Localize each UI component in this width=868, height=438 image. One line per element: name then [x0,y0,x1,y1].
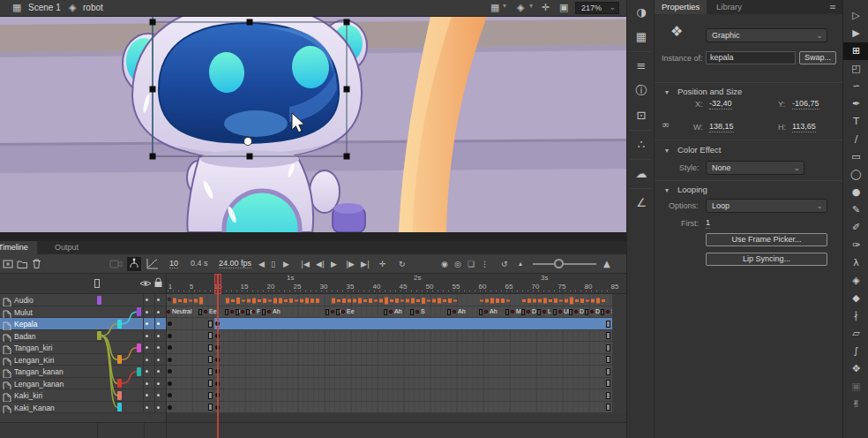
symbol-type-select[interactable]: Graphic ⌄ [706,28,827,42]
mouth-keyframe-dot[interactable] [590,310,594,313]
layer-lock-dot[interactable] [157,382,160,385]
edit-scene-button[interactable]: ▦ [490,2,499,13]
mouth-keyframe-dot[interactable] [511,310,514,313]
pen-tool[interactable]: ✒ [843,95,868,113]
fps-field[interactable]: 24.00 fps [219,259,251,268]
mouth-keyframe-dot[interactable] [542,310,546,313]
width-tool[interactable]: ∫ [843,343,868,360]
x-value[interactable]: -32,40 [709,99,732,110]
paint-bucket-tool[interactable]: ◈ [843,272,868,290]
rectangle-tool[interactable]: ▭ [843,148,868,166]
info-panel-icon[interactable]: ⓘ [627,79,655,103]
keyframe-dot[interactable] [168,298,171,301]
center-frame-button[interactable]: ✛ [379,258,386,270]
layer-parent-swatch[interactable] [117,320,122,328]
next-keyframe-button[interactable]: ▶ [283,258,289,270]
selected-frame-span[interactable] [214,318,612,329]
w-value[interactable]: 138,15 [709,122,734,132]
mouth-keyframe-dot[interactable] [331,310,334,313]
layer-lock-dot[interactable] [157,311,160,313]
layer-row-badan[interactable]: Badan [0,330,166,343]
layer-lock-dot[interactable] [157,346,160,349]
layer-row-mulut[interactable]: Mulut [0,306,166,319]
current-frame-marker[interactable]: ▯ [271,258,275,270]
new-layer-button[interactable] [3,258,14,269]
layer-parent-swatch[interactable] [137,344,141,352]
clip-content-button[interactable]: ▣ [559,2,568,13]
h-value[interactable]: 113,65 [792,122,816,132]
layer-row-kaki_kanan[interactable]: Kaki_Kanan [0,402,166,414]
onion-skin-button[interactable]: ◉ [441,258,448,270]
mouth-keyframe-dot[interactable] [415,310,419,313]
step-back-button[interactable]: ◀| [316,258,325,270]
color-section-caret-icon[interactable]: ▾ [665,147,669,155]
paint-brush-tool[interactable]: ✐ [843,219,868,237]
layer-row-tangan_kiri[interactable]: Tangan_kiri [0,342,166,354]
tab-properties[interactable]: Properties [655,0,707,14]
modify-onion-markers-button[interactable]: ⋮ [481,258,489,270]
swatches-panel-icon[interactable]: ▦ [627,25,655,49]
edit-symbols-button[interactable]: ◈ [517,2,524,13]
text-tool[interactable]: T [843,113,868,131]
position-section-title[interactable]: Position and Size [677,87,742,96]
stage-zoom-select[interactable]: 217% ⌄ [575,2,619,14]
motion-editor-panel-icon[interactable]: ∠ [627,191,655,215]
tab-timeline[interactable]: Timeline [0,241,37,254]
layer-parent-swatch[interactable] [137,307,141,316]
mouth-keyframe-dot[interactable] [267,310,271,313]
mouth-keyframe-dot[interactable] [484,310,488,313]
mouth-keyframe-dot[interactable] [241,310,244,313]
selection-tool[interactable]: ▷ [843,7,868,25]
layer-parent-swatch[interactable] [97,331,101,340]
last-frame-button[interactable]: ▶| [361,258,370,270]
layer-visibility-dot[interactable] [146,346,148,349]
timeline-tracks[interactable]: NeutralEeDEeFAhDEeAhSAhAhMDLUhDDS [166,294,626,413]
layer-row-kepala[interactable]: Kepala [0,318,166,330]
camera-tool[interactable]: ▣ [843,378,868,396]
mouth-keyframe-dot[interactable] [204,310,207,313]
gradient-transform-tool[interactable]: ◰ [843,60,868,78]
first-frame-button[interactable]: |◀ [301,258,310,270]
breadcrumb-scene[interactable]: Scene 1 [28,3,61,12]
color-effect-section-title[interactable]: Color Effect [677,145,721,155]
color-panel-icon[interactable]: ◑ [627,0,655,25]
track-row-audio[interactable] [166,294,612,306]
layer-visibility-dot[interactable] [146,298,148,301]
ink-bottle-tool[interactable]: ◆ [843,290,868,307]
timeline-zoom-out-icon[interactable]: ▴ [519,258,522,270]
stage-canvas[interactable] [0,17,626,232]
track-row-kaki_kanan[interactable] [166,402,612,414]
eraser-tool[interactable]: ▱ [843,325,868,343]
new-folder-button[interactable] [17,258,28,269]
layer-visibility-dot[interactable] [146,359,148,361]
layer-parent-swatch[interactable] [117,355,122,364]
loop-options-select[interactable]: Loop ⌄ [706,199,827,213]
classic-brush-tool[interactable]: ✑ [843,237,868,254]
hand-tool[interactable]: ✌ [843,396,868,413]
current-frame-field[interactable]: 10 [169,259,178,268]
layer-visibility-dot[interactable] [146,335,148,337]
center-stage-button[interactable]: ✛ [542,2,550,13]
lock-column-icon[interactable] [153,277,163,288]
lip-syncing-button[interactable]: Lip Syncing... [706,253,827,266]
pencil-tool[interactable]: ✎ [843,201,868,219]
mouth-keyframe-dot[interactable] [453,310,456,313]
layer-parent-swatch[interactable] [117,403,122,412]
layer-row-lengan_kanan[interactable]: Lengan_kanan [0,378,166,390]
keyframe-dot[interactable] [168,358,172,362]
track-row-mulut[interactable]: NeutralEeDEeFAhDEeAhSAhAhMDLUhDDS [166,306,612,319]
panel-menu-icon[interactable]: ≡ [822,0,843,14]
line-tool[interactable]: ∕ [843,131,868,148]
asset-warp-tool[interactable]: ✥ [843,360,868,378]
layer-visibility-dot[interactable] [146,382,148,385]
keyframe-dot[interactable] [168,381,172,386]
transform-panel-icon[interactable]: ⊡ [627,103,655,128]
layer-visibility-dot[interactable] [146,322,148,325]
track-row-lengan_kiri[interactable] [166,354,612,366]
style-select[interactable]: None ⌄ [706,161,804,175]
layer-row-tangan_kanan[interactable]: Tangan_kanan [0,366,166,378]
timeline-ruler[interactable]: 15101520253035404550556065707580851s2s3s [0,274,626,294]
layer-lock-dot[interactable] [157,335,160,337]
tab-library[interactable]: Library [709,0,749,14]
timeline-zoom-slider-handle[interactable] [554,259,564,268]
